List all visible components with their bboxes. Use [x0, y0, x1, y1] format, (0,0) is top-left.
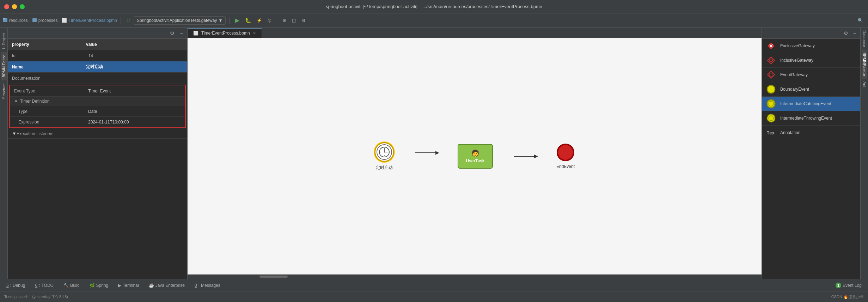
tab-label: TimerEventProcess.bpmn — [201, 31, 250, 36]
palette-item-event-gateway[interactable]: EventGateway — [762, 68, 860, 82]
spring-panel-button[interactable]: 🌿 Spring — [87, 282, 111, 289]
tab-close-icon[interactable]: ✕ — [253, 31, 256, 36]
id-property-row[interactable]: Id _14 — [8, 50, 187, 61]
sidebar-item-structure[interactable]: Structure — [1, 80, 7, 102]
sidebar-item-ant[interactable]: Ant — [862, 79, 867, 90]
execution-listeners-header[interactable]: ▼ Execution Listeners — [8, 129, 187, 139]
palette-item-annotation[interactable]: Text Annotation — [762, 126, 860, 140]
run-config-dropdown[interactable]: SpringbootActivitiApplicationTests.gatew… — [134, 16, 226, 25]
bpmn-palette: ⚙ − ExclusiveGateway InclusiveG — [762, 28, 860, 279]
inclusive-gateway-label: InclusiveGateway — [780, 58, 813, 63]
event-log-badge: 1 — [836, 283, 841, 288]
name-property-row[interactable]: Name 定时启动 — [8, 61, 187, 73]
event-gateway-label: EventGateway — [780, 72, 808, 77]
build-icon: 🔨 — [63, 283, 69, 288]
user-task-box: 🧑 UserTask — [458, 144, 493, 169]
status-text: Tests passed: 1 (yesterday 下午8:48) — [4, 294, 68, 300]
title-bar: springboot-activiti [~/Temp/springboot-a… — [0, 0, 868, 13]
user-task-node[interactable]: 🧑 UserTask — [458, 144, 493, 169]
csdn-label: CSDN 🔥流量少年 — [831, 294, 864, 300]
breadcrumb-resources[interactable] — [3, 17, 8, 23]
expression-property-row[interactable]: Expression 2024-01-11T10:00:00 — [10, 117, 185, 127]
execution-toggle-icon: ▼ — [12, 131, 17, 136]
palette-item-boundary-event[interactable]: BoundaryEvent — [762, 82, 860, 97]
coverage-button[interactable]: ⚡ — [255, 17, 264, 24]
java-enterprise-button[interactable]: ☕ Java Enterprise — [147, 282, 187, 289]
event-type-value: Timer Event — [84, 85, 185, 96]
bpmn-diagram: 定时启动 🧑 UserTask — [360, 128, 589, 185]
flow-arrow-1 — [415, 152, 436, 153]
event-gateway-icon — [766, 70, 776, 80]
palette-item-inclusive-gateway[interactable]: InclusiveGateway — [762, 53, 860, 68]
todo-panel-button[interactable]: 6: TODO — [33, 282, 55, 289]
toolbar-btn-3[interactable]: ⊟ — [299, 17, 307, 24]
canvas-area: ⬜ TimerEventProcess.bpmn ✕ — [188, 28, 762, 279]
close-button[interactable] — [4, 4, 9, 9]
intermediate-throwing-icon — [766, 113, 776, 123]
end-event-node[interactable]: EndEvent — [556, 144, 575, 169]
palette-item-intermediate-catching[interactable]: IntermediateCatchingEvent — [762, 97, 860, 111]
debug-button[interactable]: 🐛 — [243, 16, 253, 25]
minimize-panel-icon[interactable]: − — [179, 30, 184, 37]
type-property-row[interactable]: Type Date — [10, 106, 185, 117]
palette-item-intermediate-throwing[interactable]: IntermediateThrowingEvent — [762, 111, 860, 126]
build-panel-button[interactable]: 🔨 Build — [61, 282, 82, 289]
canvas-tab-timer-event[interactable]: ⬜ TimerEventProcess.bpmn ✕ — [188, 28, 262, 38]
dropdown-arrow-icon: ▼ — [218, 18, 222, 23]
svg-rect-1 — [3, 18, 5, 19]
boundary-event-icon — [766, 84, 776, 94]
intermediate-catching-label: IntermediateCatchingEvent — [780, 101, 831, 106]
minimize-button[interactable] — [12, 4, 17, 9]
settings-icon[interactable]: ⚙ — [169, 30, 176, 37]
documentation-property-row[interactable]: Documentation — [8, 73, 187, 84]
palette-item-exclusive-gateway[interactable]: ExclusiveGateway — [762, 39, 860, 53]
timer-inner-circle — [377, 144, 392, 160]
breadcrumb-processes-label[interactable]: processes — [38, 18, 58, 23]
timer-start-circle — [374, 142, 394, 162]
expression-value: 2024-01-11T10:00:00 — [84, 117, 185, 127]
flow-arrow-2 — [514, 156, 535, 157]
annotation-icon: Text — [766, 128, 776, 138]
messages-panel-button[interactable]: 0: Messages — [192, 282, 222, 289]
svg-point-22 — [769, 116, 774, 121]
maximize-button[interactable] — [20, 4, 25, 9]
canvas-scrollbar[interactable] — [188, 274, 762, 279]
sidebar-item-bpmn-editor[interactable]: BPMN Editor — [1, 52, 7, 80]
timer-definition-header[interactable]: ▼ Timer Definition — [10, 97, 185, 106]
scrollbar-thumb[interactable] — [259, 276, 288, 278]
svg-point-17 — [769, 73, 773, 77]
toolbar-separator-3 — [277, 17, 277, 24]
id-key: Id — [8, 50, 82, 61]
toolbar-separator-1 — [121, 17, 121, 24]
palette-settings-icon[interactable]: ⚙ — [842, 30, 850, 37]
sidebar-item-project[interactable]: 1: Project — [1, 30, 7, 52]
toolbar-btn-2[interactable]: ◫ — [290, 17, 298, 24]
event-type-row[interactable]: Event Type Timer Event — [10, 85, 185, 97]
canvas-content[interactable]: 定时启动 🧑 UserTask — [188, 38, 762, 274]
profile-button[interactable]: ◎ — [265, 17, 273, 24]
palette-minimize-icon[interactable]: − — [852, 30, 857, 37]
documentation-key: Documentation — [8, 73, 82, 84]
name-value: 定时启动 — [82, 61, 187, 72]
breadcrumb-file-label[interactable]: TimerEventProcess.bpmn — [68, 18, 117, 23]
breadcrumb: resources › processes › ⬜ TimerEventProc… — [3, 17, 117, 23]
boundary-event-label: BoundaryEvent — [780, 87, 809, 92]
event-log-button[interactable]: 1 Event Log — [833, 282, 864, 289]
terminal-panel-button[interactable]: ▶ Terminal — [116, 282, 141, 289]
debug-panel-button[interactable]: 5: Debug — [4, 282, 27, 289]
terminal-icon: ▶ — [118, 283, 121, 288]
sidebar-item-bpmn-palette[interactable]: BPMNPalette — [862, 50, 867, 79]
toolbar-btn-1[interactable]: ⊞ — [281, 17, 288, 24]
sidebar-item-database[interactable]: Database — [862, 28, 867, 50]
window-title: springboot-activiti [~/Temp/springboot-a… — [326, 4, 542, 9]
timer-definition-label: Timer Definition — [20, 99, 50, 104]
end-event-label: EndEvent — [556, 164, 575, 169]
start-event-node[interactable]: 定时启动 — [374, 142, 394, 171]
annotation-label: Annotation — [780, 130, 800, 135]
property-col-header: property — [8, 39, 82, 50]
svg-point-18 — [767, 85, 775, 93]
run-button[interactable]: ▶ — [233, 16, 242, 25]
search-button[interactable]: 🔍 — [856, 17, 865, 24]
breadcrumb-resources-label[interactable]: resources — [9, 18, 28, 23]
inclusive-gateway-icon — [766, 55, 776, 65]
